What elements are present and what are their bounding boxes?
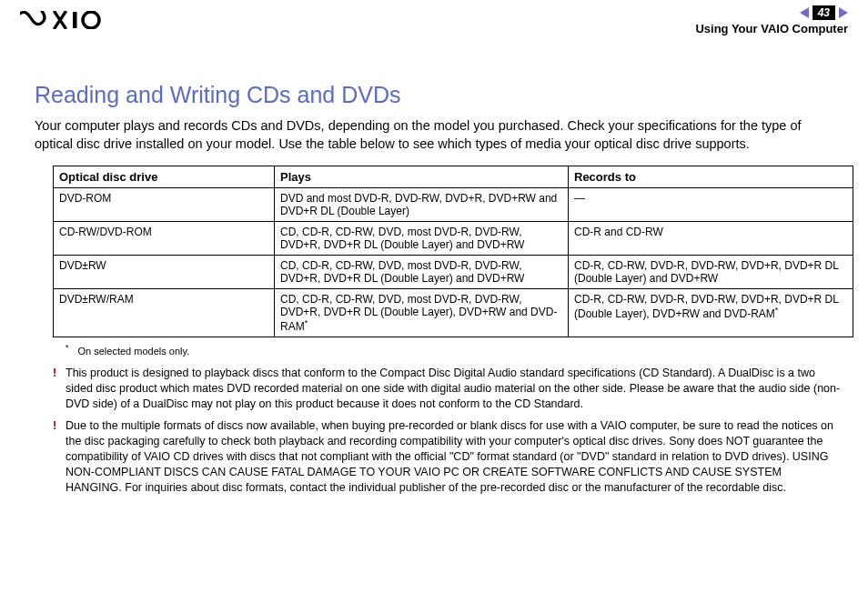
table-row: DVD±RW CD, CD-R, CD-RW, DVD, most DVD-R,… — [54, 256, 853, 289]
vaio-logo — [20, 11, 102, 33]
page-nav: 43 — [695, 5, 848, 20]
cell-records: — — [569, 188, 853, 222]
col-header-records: Records to — [569, 166, 853, 188]
warning-note: ! Due to the multiple formats of discs n… — [53, 418, 841, 495]
table-row: CD-RW/DVD-ROM CD, CD-R, CD-RW, DVD, most… — [54, 222, 853, 256]
warning-icon: ! — [53, 418, 66, 495]
header-right: 43 Using Your VAIO Computer — [695, 5, 848, 35]
table-row: DVD-ROM DVD and most DVD-R, DVD-RW, DVD+… — [54, 188, 853, 222]
warning-note: ! This product is designed to playback d… — [53, 366, 841, 412]
cell-drive: DVD±RW — [54, 256, 275, 289]
warning-text: Due to the multiple formats of discs now… — [66, 418, 841, 495]
col-header-plays: Plays — [275, 166, 569, 188]
page-number: 43 — [812, 5, 835, 20]
cell-plays: CD, CD-R, CD-RW, DVD, most DVD-R, DVD-RW… — [275, 222, 569, 256]
prev-page-button[interactable] — [800, 7, 809, 18]
table-footnote: *On selected models only. — [66, 343, 841, 357]
drive-compatibility-table: Optical disc drive Plays Records to DVD-… — [53, 166, 853, 337]
intro-paragraph: Your computer plays and records CDs and … — [35, 117, 841, 153]
next-page-button[interactable] — [839, 7, 848, 18]
cell-drive: DVD±RW/RAM — [54, 289, 275, 337]
cell-records: CD-R and CD-RW — [569, 222, 853, 256]
cell-plays: DVD and most DVD-R, DVD-RW, DVD+R, DVD+R… — [275, 188, 569, 222]
page-title: Reading and Writing CDs and DVDs — [35, 82, 841, 108]
page: 43 Using Your VAIO Computer Reading and … — [0, 0, 868, 613]
cell-drive: DVD-ROM — [54, 188, 275, 222]
table-row: DVD±RW/RAM CD, CD-R, CD-RW, DVD, most DV… — [54, 289, 853, 337]
warning-text: This product is designed to playback dis… — [66, 366, 841, 412]
content-area: Reading and Writing CDs and DVDs Your co… — [0, 45, 868, 496]
section-title: Using Your VAIO Computer — [695, 22, 848, 35]
svg-point-3 — [83, 12, 99, 28]
cell-drive: CD-RW/DVD-ROM — [54, 222, 275, 256]
page-header: 43 Using Your VAIO Computer — [0, 0, 868, 45]
col-header-drive: Optical disc drive — [54, 166, 275, 188]
cell-plays: CD, CD-R, CD-RW, DVD, most DVD-R, DVD-RW… — [275, 289, 569, 337]
table-header-row: Optical disc drive Plays Records to — [54, 166, 853, 188]
svg-rect-2 — [73, 12, 77, 28]
cell-plays: CD, CD-R, CD-RW, DVD, most DVD-R, DVD-RW… — [275, 256, 569, 289]
cell-records: CD-R, CD-RW, DVD-R, DVD-RW, DVD+R, DVD+R… — [569, 289, 853, 337]
cell-records: CD-R, CD-RW, DVD-R, DVD-RW, DVD+R, DVD+R… — [569, 256, 853, 289]
warning-icon: ! — [53, 366, 66, 412]
